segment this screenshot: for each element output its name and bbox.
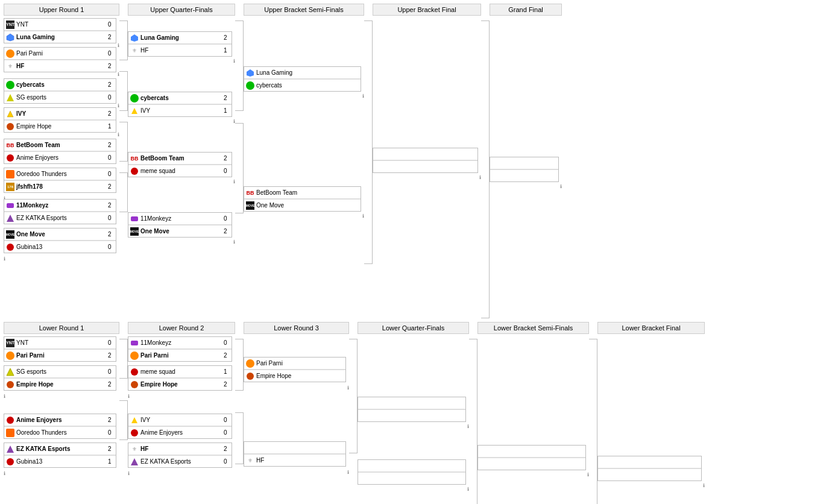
svg-rect-19 xyxy=(131,341,138,345)
lower-f-match xyxy=(597,456,702,481)
svg-marker-13 xyxy=(247,69,254,77)
lower-r3-match2: ⚜ HF xyxy=(244,441,346,467)
svg-marker-7 xyxy=(7,215,14,222)
upper-r1-match6: Ooredoo Thunders0 178 jfshfh1782 xyxy=(4,168,116,193)
svg-rect-12 xyxy=(131,216,138,221)
svg-point-15 xyxy=(7,381,14,388)
upper-qf-match1: Luna Gaming2 ⚜ HF1 xyxy=(128,31,232,57)
upper-sf-match1: Luna Gaming cybercats xyxy=(244,66,361,92)
svg-point-16 xyxy=(7,417,14,424)
svg-point-3 xyxy=(7,123,14,130)
svg-point-11 xyxy=(131,168,138,175)
svg-marker-2 xyxy=(7,111,13,117)
lower-qf-header: Lower Quarter-Finals xyxy=(358,322,469,334)
svg-marker-0 xyxy=(7,34,14,41)
lower-r3-match1: Pari Parni Empire Hope xyxy=(244,357,346,382)
upper-qf-match4: 11Monkeyz0 MOVE One Move2 xyxy=(128,212,232,238)
lower-r1-match4: EZ KATKA Esports2 Gubina131 xyxy=(4,443,116,468)
upper-qf-match2: cybercats2 IVY1 xyxy=(128,92,232,117)
lower-qf-match1 xyxy=(358,397,466,422)
lower-sf-match xyxy=(477,445,586,470)
svg-marker-1 xyxy=(7,94,14,101)
svg-point-20 xyxy=(131,368,138,376)
grand-final-header: Grand Final xyxy=(490,4,562,16)
svg-marker-14 xyxy=(7,368,14,376)
svg-marker-24 xyxy=(131,458,138,465)
grand-final-match xyxy=(490,157,559,182)
svg-rect-6 xyxy=(7,203,14,208)
svg-point-5 xyxy=(7,172,13,177)
lower-round3-header: Lower Round 3 xyxy=(244,322,349,334)
lower-r1-match1: YNT YNT0 Pari Parni2 xyxy=(4,336,116,362)
lower-round1-header: Lower Round 1 xyxy=(4,322,119,334)
upper-qf-header: Upper Quarter-Finals xyxy=(128,4,235,16)
upper-f-header: Upper Bracket Final xyxy=(373,4,481,16)
lower-f-header: Lower Bracket Final xyxy=(597,322,705,334)
lower-sf-header: Lower Bracket Semi-Finals xyxy=(477,322,589,334)
upper-r1-match8: MOVE One Move2 Gubina130 xyxy=(4,228,116,253)
upper-sf-header: Upper Bracket Semi-Finals xyxy=(244,4,364,16)
svg-point-8 xyxy=(7,244,14,251)
upper-r1-match7: 11Monkeyz2 EZ KATKA Esports0 xyxy=(4,199,116,224)
svg-point-25 xyxy=(247,373,254,380)
lower-r2-match2: meme squad1 Empire Hope2 xyxy=(128,365,232,391)
upper-sf-match2: BB BetBoom Team MOVE One Move xyxy=(244,186,361,212)
upper-r1-match3: cybercats2 SG esports0 xyxy=(4,78,116,104)
svg-marker-17 xyxy=(7,446,14,453)
upper-qf-match3: BB BetBoom Team2 meme squad0 xyxy=(128,152,232,177)
upper-r1-match2: Pari Parni0 ⚜ HF2 xyxy=(4,47,116,72)
upper-f-match xyxy=(373,148,478,173)
svg-marker-9 xyxy=(131,34,138,42)
upper-r1-match1: YNT YNT0 Luna Gaming2 xyxy=(4,18,116,43)
svg-point-4 xyxy=(7,154,14,162)
svg-point-18 xyxy=(7,458,14,465)
lower-round2-header: Lower Round 2 xyxy=(128,322,235,334)
lower-r2-match1: 11Monkeyz0 Pari Parni2 xyxy=(128,336,232,362)
svg-marker-22 xyxy=(131,417,137,423)
upper-r1-match5: BB BetBoom Team2 Anime Enjoyers0 xyxy=(4,139,116,164)
lower-r2-match4: ⚜ HF2 EZ KATKA Esports0 xyxy=(128,443,232,468)
lower-r2-match3: IVY0 Anime Enjoyers0 xyxy=(128,414,232,439)
svg-point-21 xyxy=(131,381,138,388)
svg-point-23 xyxy=(131,429,138,436)
lower-r1-match3: Anime Enjoyers2 Ooredoo Thunders0 xyxy=(4,414,116,439)
upper-round1-header: Upper Round 1 xyxy=(4,4,119,16)
lower-qf-match2 xyxy=(358,459,466,485)
svg-marker-10 xyxy=(131,108,137,114)
lower-r1-match2: SG esports0 Empire Hope2 xyxy=(4,365,116,391)
upper-r1-match4: IVY2 Empire Hope1 xyxy=(4,107,116,133)
